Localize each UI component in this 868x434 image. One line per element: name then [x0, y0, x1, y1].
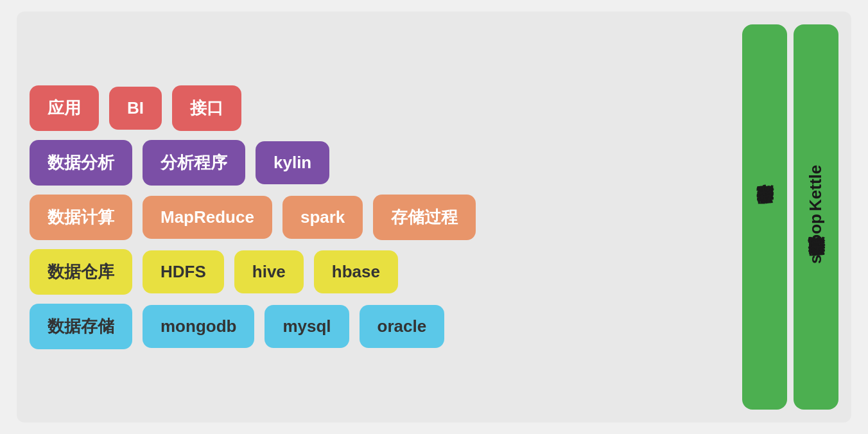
pill-shujucunchu: 数据存储 — [30, 304, 132, 349]
pill-bi: BI — [109, 87, 162, 130]
row-1: 应用 BI 接口 — [30, 85, 734, 131]
row-5: 数据存储 mongodb mysql oracle — [30, 304, 734, 349]
pill-shujujisuan: 数据计算 — [30, 195, 132, 240]
main-container: 应用 BI 接口 数据分析 分析程序 kylin 数据计算 MapReduce … — [17, 12, 851, 422]
pill-shujucangku: 数据仓库 — [30, 249, 132, 295]
sidebar-sqoop-kettle: 数据抽取及流程调度 sqoop Kettle — [794, 24, 838, 410]
pill-spark: spark — [282, 196, 363, 239]
pill-jiekou: 接口 — [172, 85, 241, 131]
pill-mysql: mysql — [265, 305, 349, 348]
sidebar2-line2: sqoop — [806, 214, 826, 264]
pill-fenxichengxu: 分析程序 — [143, 140, 245, 186]
pill-hbase: hbase — [314, 250, 398, 293]
pill-yingyong: 应用 — [30, 85, 99, 131]
row-2: 数据分析 分析程序 kylin — [30, 140, 734, 186]
sidebar-data-cleaning: 数据清洗及标签分析程序 — [742, 24, 787, 410]
side-bars: 数据清洗及标签分析程序 数据抽取及流程调度 sqoop Kettle — [742, 24, 838, 410]
sidebar2-line3: Kettle — [806, 165, 826, 211]
pill-oracle: oracle — [360, 305, 445, 348]
pill-mongodb: mongodb — [143, 305, 254, 348]
pill-mapreduce: MapReduce — [143, 196, 272, 239]
row-3: 数据计算 MapReduce spark 存储过程 — [30, 195, 734, 240]
grid-section: 应用 BI 接口 数据分析 分析程序 kylin 数据计算 MapReduce … — [30, 24, 734, 410]
pill-hdfs: HDFS — [143, 250, 224, 293]
pill-kylin: kylin — [256, 141, 329, 184]
pill-shujufenxi: 数据分析 — [30, 140, 132, 186]
pill-hive: hive — [234, 250, 304, 293]
row-4: 数据仓库 HDFS hive hbase — [30, 249, 734, 295]
pill-cuchuoguocheng: 存储过程 — [373, 195, 476, 240]
